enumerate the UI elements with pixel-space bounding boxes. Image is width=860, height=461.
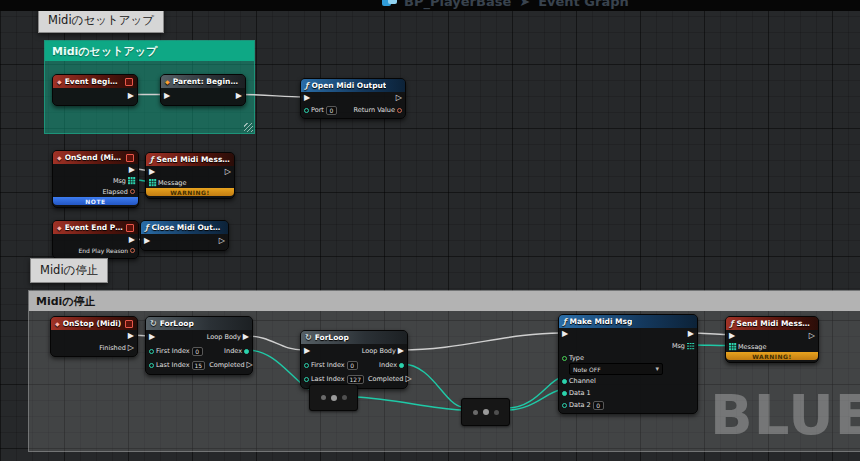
last-index-pin[interactable] — [149, 363, 154, 368]
port-value-input[interactable]: 0 — [326, 106, 337, 115]
loop-icon: ↻ — [150, 320, 157, 328]
data2-input[interactable]: 0 — [593, 401, 604, 410]
node-parent-begin-play[interactable]: ◆ Parent: BeginPlay ▶ ▶ — [160, 74, 246, 106]
node-close-midi-output[interactable]: ƒ Close Midi Output ▶ ▷ — [140, 220, 229, 251]
node-onsend-midi[interactable]: ◆ OnSend (Midi) ▶ Msg Elapsed NOTE — [52, 150, 139, 208]
node-event-end-play[interactable]: ◆ Event End Play ▶ End Play Reason — [52, 220, 139, 259]
pin-label: Message — [158, 179, 187, 187]
node-header[interactable]: ƒ Close Midi Output — [141, 221, 228, 234]
index-pin[interactable] — [244, 349, 249, 354]
exec-out-pin[interactable]: ▶ — [688, 330, 694, 338]
node-send-midi-message-2[interactable]: ƒ Send Midi Message ▶ ▷ Message WARNING! — [725, 316, 819, 363]
node-send-midi-message-1[interactable]: ƒ Send Midi Message ▶ ▷ Message WARNING! — [145, 152, 235, 199]
message-struct-pin[interactable] — [149, 179, 156, 186]
exec-in-pin[interactable]: ▶ — [144, 237, 150, 245]
reroute-pin[interactable] — [494, 410, 499, 415]
exec-in-pin[interactable]: ▶ — [164, 92, 170, 100]
node-header[interactable]: ƒ Open Midi Output — [301, 79, 405, 92]
pin-row: ▶ — [53, 164, 138, 175]
data1-pin[interactable] — [562, 391, 567, 396]
finished-exec-pin[interactable]: ▷ — [128, 344, 134, 352]
exec-in-pin[interactable]: ▶ — [304, 347, 310, 355]
first-index-input[interactable]: 0 — [347, 361, 358, 370]
exec-out-pin[interactable]: ▶ — [128, 92, 134, 100]
reroute-pin[interactable] — [342, 395, 347, 400]
elapsed-pin[interactable] — [130, 189, 135, 194]
exec-out-pin[interactable]: ▷ — [225, 168, 231, 176]
comment-resize-handle[interactable] — [244, 123, 253, 132]
exec-in-pin[interactable]: ▶ — [562, 330, 568, 338]
exec-out-pin[interactable]: ▶ — [129, 236, 135, 244]
node-for-loop-2[interactable]: ↻ ForLoop ▶ Loop Body ▶ First Index 0 In… — [300, 330, 408, 389]
exec-out-pin[interactable]: ▶ — [128, 332, 134, 340]
node-title: Event BeginPlay — [65, 77, 122, 86]
message-struct-pin[interactable] — [729, 343, 736, 350]
port-pin[interactable] — [304, 108, 309, 113]
reroute-pin[interactable] — [473, 410, 478, 415]
end-play-reason-pin[interactable] — [130, 248, 135, 253]
reroute-node-2[interactable] — [461, 398, 510, 426]
first-index-pin[interactable] — [149, 349, 154, 354]
node-header[interactable]: ◆ OnSend (Midi) — [53, 151, 138, 164]
type-pin[interactable] — [562, 356, 567, 361]
last-index-pin[interactable] — [304, 377, 309, 382]
exec-in-pin[interactable]: ▶ — [149, 168, 155, 176]
exec-out-pin[interactable]: ▷ — [809, 332, 815, 340]
first-index-input[interactable]: 0 — [192, 347, 203, 356]
reroute-pin[interactable] — [331, 395, 337, 401]
msg-struct-pin[interactable] — [687, 343, 694, 350]
first-index-pin[interactable] — [304, 363, 309, 368]
pin-label: First Index — [156, 347, 190, 355]
node-header[interactable]: ◆ Event BeginPlay — [53, 75, 137, 88]
exec-out-pin[interactable]: ▷ — [396, 94, 402, 102]
breadcrumb-root[interactable]: BP_PlayerBase — [404, 0, 511, 9]
last-index-input[interactable]: 15 — [192, 361, 206, 370]
last-index-input[interactable]: 127 — [347, 375, 364, 384]
loop-body-exec-pin[interactable]: ▶ — [398, 347, 404, 355]
node-onstop-midi[interactable]: ◆ OnStop (Midi) ▶ Finished ▷ — [50, 316, 138, 357]
node-header[interactable]: ◆ Event End Play — [53, 221, 138, 234]
node-header[interactable]: ƒ Send Midi Message — [726, 317, 818, 330]
comment-setup-header[interactable]: Midiのセットアップ — [45, 41, 254, 61]
exec-in-pin[interactable]: ▶ — [149, 333, 155, 341]
breadcrumb-page[interactable]: Event Graph — [538, 0, 629, 9]
reroute-pin[interactable] — [483, 409, 489, 415]
channel-pin[interactable] — [562, 379, 567, 384]
comment-stop-header[interactable]: Midiの停止 — [29, 291, 860, 311]
type-dropdown[interactable]: Note OFF ▾ — [569, 363, 663, 375]
node-open-midi-output[interactable]: ƒ Open Midi Output ▶ ▷ Port 0 Return Val… — [300, 78, 406, 119]
exec-out-pin[interactable]: ▶ — [236, 92, 242, 100]
type-dropdown-value: Note OFF — [573, 366, 601, 373]
node-header[interactable]: ◆ Parent: BeginPlay — [161, 75, 245, 88]
return-value-pin[interactable] — [397, 108, 402, 113]
reroute-node-1[interactable] — [309, 384, 358, 411]
exec-in-pin[interactable]: ▶ — [729, 332, 735, 340]
node-header[interactable]: ↻ ForLoop — [301, 331, 407, 344]
pin-row: ▶ ▶ — [559, 328, 697, 340]
node-header[interactable]: ↻ ForLoop — [146, 317, 252, 330]
exec-out-pin[interactable]: ▶ — [129, 166, 135, 174]
node-header[interactable]: ƒ Make Midi Msg — [559, 315, 697, 328]
blueprint-canvas[interactable]: Midiのセットアップ Midiの停止 BLUEP ◆ Event Begin — [0, 0, 860, 461]
completed-exec-pin[interactable]: ▷ — [405, 375, 411, 383]
function-icon: ƒ — [563, 318, 566, 326]
reroute-pin[interactable] — [321, 395, 326, 400]
exec-out-pin[interactable]: ▷ — [219, 237, 225, 245]
node-for-loop-1[interactable]: ↻ ForLoop ▶ Loop Body ▶ First Index 0 In… — [145, 316, 253, 375]
pin-label: Data 2 — [569, 401, 591, 409]
pin-label: Completed — [209, 361, 244, 369]
node-header[interactable]: ◆ OnStop (Midi) — [51, 317, 137, 330]
data2-pin[interactable] — [562, 403, 567, 408]
pin-label: Last Index — [311, 375, 345, 383]
index-pin[interactable] — [399, 363, 404, 368]
exec-in-pin[interactable]: ▶ — [304, 94, 310, 102]
node-header[interactable]: ƒ Send Midi Message — [146, 153, 234, 166]
node-event-begin-play[interactable]: ◆ Event BeginPlay ▶ — [52, 74, 138, 106]
node-make-midi-msg[interactable]: ƒ Make Midi Msg ▶ ▶ Msg Type Note OFF ▾ — [558, 314, 698, 414]
pin-label: Elapsed — [102, 188, 128, 196]
completed-exec-pin[interactable]: ▷ — [247, 361, 253, 369]
loop-body-exec-pin[interactable]: ▶ — [243, 333, 249, 341]
pin-label: Data 1 — [569, 389, 591, 397]
pin-row: First Index 0 Index — [146, 344, 252, 358]
msg-struct-pin[interactable] — [128, 177, 135, 184]
